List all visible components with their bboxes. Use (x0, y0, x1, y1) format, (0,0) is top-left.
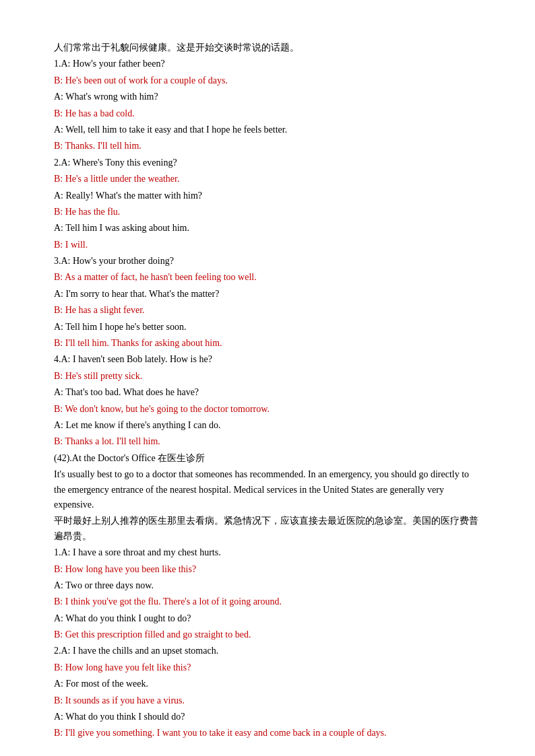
d2-line5: A: Tell him I was asking about him. (54, 221, 481, 236)
d42-2-line2: B: How long have you felt like this? (54, 660, 481, 675)
dialogue-group-2: 2.A: Where's Tony this evening? B: He's … (54, 156, 481, 252)
d2-line3: A: Really! What's the matter with him? (54, 188, 481, 203)
d42-1-line1: 1.A: I have a sore throat and my chest h… (54, 545, 481, 560)
d42-2-line3: A: For most of the week. (54, 677, 481, 691)
d3-line6: B: I'll tell him. Thanks for asking abou… (54, 336, 481, 351)
d4-line1: 4.A: I haven't seen Bob lately. How is h… (54, 352, 481, 367)
d2-line2: B: He's a little under the weather. (54, 172, 481, 186)
dialogue-group-3: 3.A: How's your brother doing? B: As a m… (54, 254, 481, 351)
dialogue-42-group-2: 2.A: I have the chills and an upset stom… (54, 644, 481, 741)
d42-1-line3: A: Two or three days now. (54, 578, 481, 593)
d4-line3: A: That's too bad. What does he have? (54, 385, 481, 400)
d42-1-line4: B: I think you've got the flu. There's a… (54, 594, 481, 609)
section-42-intro-cn: 平时最好上别人推荐的医生那里去看病。紧急情况下，应该直接去最近医院的急诊室。美国… (54, 514, 481, 544)
d4-line5: A: Let me know if there's anything I can… (54, 418, 481, 433)
d3-line2: B: As a matter of fact, he hasn't been f… (54, 270, 481, 285)
d1-line6: B: Thanks. I'll tell him. (54, 139, 481, 153)
d42-1-line6: B: Get this prescription filled and go s… (54, 627, 481, 642)
d4-line6: B: Thanks a lot. I'll tell him. (54, 434, 481, 449)
section-42-title: (42).At the Doctor's Office 在医生诊所 (54, 451, 481, 466)
dialogue-group-1: 1.A: How's your father been? B: He's bee… (54, 57, 481, 153)
d1-line2: B: He's been out of work for a couple of… (54, 73, 481, 88)
section-42-intro-en: It's usually best to go to a doctor that… (54, 467, 481, 512)
d4-line2: B: He's still pretty sick. (54, 369, 481, 384)
d3-line1: 3.A: How's your brother doing? (54, 254, 481, 269)
d2-line6: B: I will. (54, 238, 481, 252)
dialogue-group-4: 4.A: I haven't seen Bob lately. How is h… (54, 352, 481, 449)
d1-line4: B: He has a bad cold. (54, 106, 481, 121)
d1-line1: 1.A: How's your father been? (54, 57, 481, 71)
d42-2-line4: B: It sounds as if you have a virus. (54, 693, 481, 708)
d3-line3: A: I'm sorry to hear that. What's the ma… (54, 287, 481, 302)
d42-2-line5: A: What do you think I should do? (54, 710, 481, 724)
d1-line3: A: What's wrong with him? (54, 90, 481, 104)
d42-1-line2: B: How long have you been like this? (54, 562, 481, 577)
main-content: 人们常常出于礼貌问候健康。这是开始交谈时常说的话题。 1.A: How's yo… (54, 40, 481, 741)
d42-2-line1: 2.A: I have the chills and an upset stom… (54, 644, 481, 658)
dialogue-42-group-1: 1.A: I have a sore throat and my chest h… (54, 545, 481, 642)
d42-1-line5: A: What do you think I ought to do? (54, 611, 481, 626)
intro-chinese: 人们常常出于礼貌问候健康。这是开始交谈时常说的话题。 (54, 40, 481, 55)
d1-line5: A: Well, tell him to take it easy and th… (54, 123, 481, 137)
d2-line1: 2.A: Where's Tony this evening? (54, 156, 481, 170)
d2-line4: B: He has the flu. (54, 205, 481, 219)
d3-line4: B: He has a slight fever. (54, 303, 481, 318)
d42-2-line6: B: I'll give you something. I want you t… (54, 726, 481, 741)
d4-line4: B: We don't know, but he's going to the … (54, 402, 481, 417)
d3-line5: A: Tell him I hope he's better soon. (54, 320, 481, 335)
